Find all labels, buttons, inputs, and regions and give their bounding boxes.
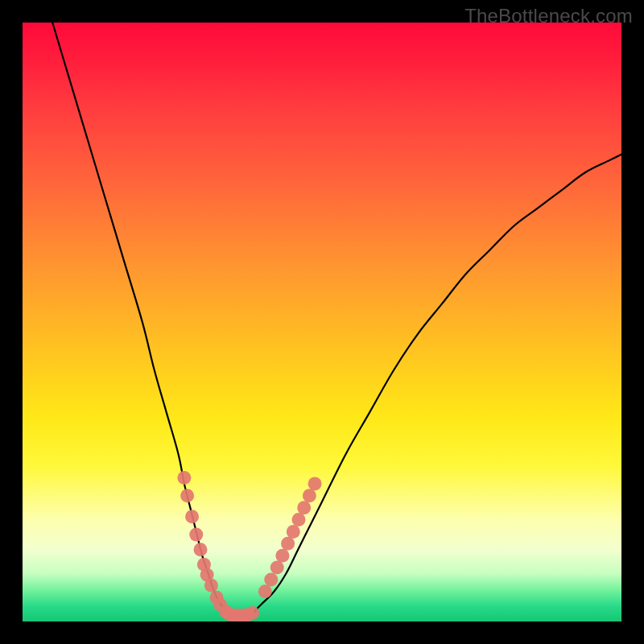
data-marker (308, 477, 322, 490)
data-marker (264, 572, 278, 586)
data-marker (270, 561, 284, 575)
data-marker (275, 549, 289, 563)
data-marker (258, 584, 272, 598)
data-marker (180, 489, 194, 502)
watermark-text: TheBottleneck.com (464, 5, 633, 27)
data-marker (177, 471, 191, 485)
data-marker (281, 537, 295, 551)
marker-group-right (258, 477, 322, 598)
bottleneck-curve (52, 23, 621, 616)
data-marker (297, 501, 311, 514)
data-marker (303, 489, 316, 502)
data-marker (291, 513, 305, 526)
data-marker (193, 543, 207, 556)
data-marker (189, 528, 203, 542)
data-marker (204, 579, 218, 592)
chart-frame: TheBottleneck.com (0, 0, 644, 644)
chart-svg (23, 23, 621, 621)
marker-group-left (177, 471, 233, 619)
marker-group-flat (222, 606, 259, 621)
data-marker (287, 525, 300, 539)
data-marker (246, 606, 259, 620)
data-marker (185, 510, 199, 523)
plot-area (23, 23, 621, 621)
